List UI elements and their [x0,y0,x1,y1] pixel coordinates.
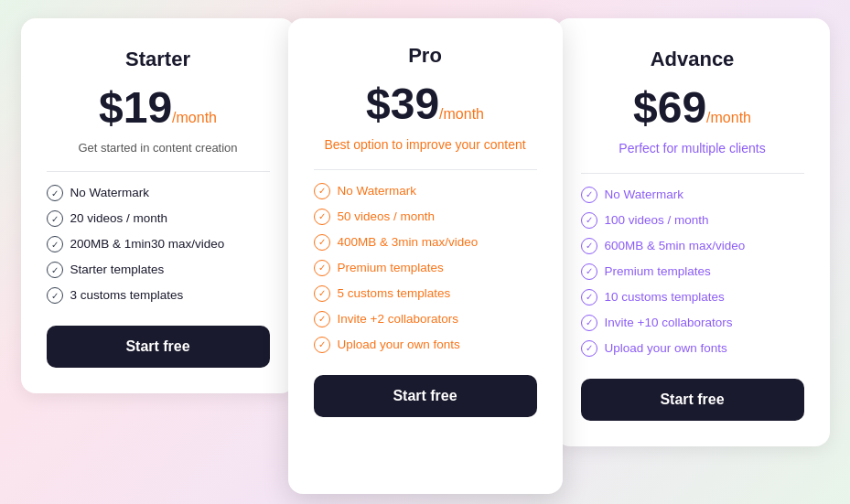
feature-item: ✓ Premium templates [581,263,804,280]
feature-item: ✓ No Watermark [47,185,270,201]
divider [47,171,270,172]
check-icon: ✓ [314,311,330,327]
feature-text: 600MB & 5min max/video [605,238,746,254]
check-icon: ✓ [581,187,597,203]
feature-text: 10 customs templates [605,289,725,306]
price-amount: $19 [99,83,172,132]
feature-item: ✓ 50 videos / month [314,209,537,225]
check-icon: ✓ [314,337,330,353]
check-icon: ✓ [581,212,597,229]
start-free-button[interactable]: Start free [581,379,804,421]
price-row: $39/month [314,79,537,129]
feature-text: No Watermark [605,187,684,203]
feature-item: ✓ Upload your own fonts [314,337,537,353]
features-list: ✓ No Watermark ✓ 50 videos / month ✓ 400… [314,183,537,353]
plan-name: Advance [581,48,804,71]
divider [581,173,804,174]
feature-text: Premium templates [338,260,444,276]
feature-text: Premium templates [605,263,711,280]
check-icon: ✓ [314,260,330,276]
price-description: Get started in content creation [47,140,270,156]
feature-item: ✓ 10 customs templates [581,289,804,306]
feature-text: Starter templates [70,262,165,278]
feature-text: Invite +2 collaborators [338,311,458,327]
check-icon: ✓ [581,263,597,280]
price-amount: $69 [633,83,706,132]
feature-item: ✓ 3 customs templates [47,287,270,304]
feature-item: ✓ 100 videos / month [581,212,804,229]
check-icon: ✓ [47,236,63,252]
check-icon: ✓ [47,210,63,227]
feature-text: No Watermark [70,185,150,201]
feature-text: 5 customs templates [338,285,451,302]
feature-text: Upload your own fonts [605,340,727,357]
feature-text: 3 customs templates [70,287,184,304]
features-list: ✓ No Watermark ✓ 20 videos / month ✓ 200… [47,185,270,304]
check-icon: ✓ [581,238,597,254]
check-icon: ✓ [581,289,597,306]
feature-item: ✓ No Watermark [314,183,537,199]
features-list: ✓ No Watermark ✓ 100 videos / month ✓ 60… [581,187,804,357]
check-icon: ✓ [314,285,330,302]
check-icon: ✓ [47,262,63,278]
feature-item: ✓ Upload your own fonts [581,340,804,357]
plan-name: Pro [314,44,537,68]
check-icon: ✓ [314,234,330,251]
pricing-card-advance: Advance $69/month Perfect for multiple c… [555,18,830,446]
price-period: /month [706,110,751,125]
price-period: /month [439,106,484,122]
price-row: $19/month [47,82,270,133]
price-description: Perfect for multiple clients [581,140,804,158]
feature-item: ✓ Starter templates [47,262,270,278]
check-icon: ✓ [581,315,597,331]
feature-text: 20 videos / month [70,210,168,227]
check-icon: ✓ [47,185,63,201]
feature-item: ✓ No Watermark [581,187,804,203]
pricing-container: Starter $19/month Get started in content… [18,18,832,494]
feature-item: ✓ 20 videos / month [47,210,270,227]
feature-item: ✓ 200MB & 1min30 max/video [47,236,270,252]
plan-name: Starter [47,48,270,71]
check-icon: ✓ [314,209,330,225]
pricing-card-starter: Starter $19/month Get started in content… [21,18,296,393]
feature-item: ✓ Premium templates [314,260,537,276]
feature-text: 400MB & 3min max/video [338,234,479,251]
feature-item: ✓ Invite +10 collaborators [581,315,804,331]
feature-text: 50 videos / month [338,209,436,225]
check-icon: ✓ [47,287,63,304]
check-icon: ✓ [314,183,330,199]
start-free-button[interactable]: Start free [314,375,537,417]
price-period: /month [172,110,217,125]
feature-text: 100 videos / month [605,212,709,229]
feature-item: ✓ Invite +2 collaborators [314,311,537,327]
feature-item: ✓ 5 customs templates [314,285,537,302]
feature-item: ✓ 600MB & 5min max/video [581,238,804,254]
price-row: $69/month [581,82,804,133]
price-description: Best option to improve your content [314,136,537,155]
pricing-card-pro: Pro $39/month Best option to improve you… [288,18,563,494]
feature-text: No Watermark [338,183,417,199]
feature-item: ✓ 400MB & 3min max/video [314,234,537,251]
feature-text: Invite +10 collaborators [605,315,733,331]
price-amount: $39 [366,80,439,128]
start-free-button[interactable]: Start free [47,326,270,368]
feature-text: Upload your own fonts [338,337,460,353]
check-icon: ✓ [581,340,597,357]
divider [314,169,537,170]
feature-text: 200MB & 1min30 max/video [70,236,225,252]
